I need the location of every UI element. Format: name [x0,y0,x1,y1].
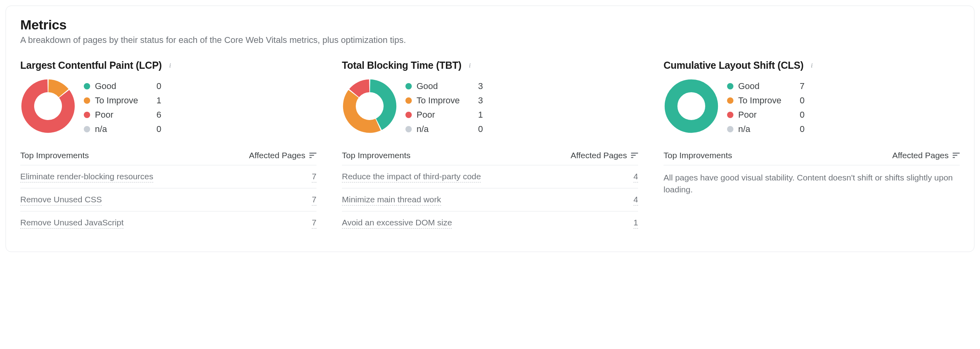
legend-label: Poor [95,110,156,120]
improvements-list: Reduce the impact of third-party code4Mi… [342,165,638,234]
improvement-link[interactable]: Reduce the impact of third-party code [342,172,481,182]
legend-value: 3 [478,81,483,91]
legend-row-poor[interactable]: Poor6 [84,108,316,122]
chart-row: Good3To Improve3Poor1n/a0 [342,78,638,136]
svg-rect-1 [309,155,314,156]
legend-label: Good [95,81,156,91]
th-top-improvements: Top Improvements [342,151,411,160]
legend-value: 0 [156,124,161,134]
legend-label: To Improve [95,95,156,106]
donut-chart [342,78,397,134]
legend-dot-icon [405,97,412,104]
improvement-row: Reduce the impact of third-party code4 [342,165,638,188]
svg-rect-3 [631,153,638,154]
legend-label: To Improve [738,95,800,106]
improvements-header: Top ImprovementsAffected Pages [664,147,960,165]
th-affected-pages[interactable]: Affected Pages [571,151,638,160]
legend: Good3To Improve3Poor1n/a0 [405,78,638,136]
legend-dot-icon [727,112,733,118]
svg-rect-2 [309,157,312,158]
legend-label: Good [738,81,800,91]
legend-dot-icon [727,83,733,89]
improvement-affected-count[interactable]: 7 [312,195,316,206]
improvements-header: Top ImprovementsAffected Pages [342,147,638,165]
donut-chart [20,78,76,134]
improvement-affected-count[interactable]: 4 [633,172,638,182]
legend-dot-icon [84,112,90,118]
improvement-link[interactable]: Eliminate render-blocking resources [20,172,153,182]
metrics-panel: Metrics A breakdown of pages by their st… [6,6,974,252]
panel-title: Metrics [20,17,960,33]
improvement-link[interactable]: Avoid an excessive DOM size [342,218,452,229]
legend-value: 1 [156,95,161,106]
legend-row-good[interactable]: Good7 [727,79,960,93]
legend-dot-icon [405,83,412,89]
legend-row-improve[interactable]: To Improve3 [405,93,638,108]
legend-label: n/a [738,124,800,134]
legend-value: 7 [800,81,804,91]
legend-row-na[interactable]: n/a0 [405,122,638,136]
metric-card-header: Largest Contentful Paint (LCP)i [20,60,316,71]
svg-rect-4 [631,155,636,156]
legend-value: 1 [478,110,483,120]
improvement-row: Avoid an excessive DOM size1 [342,211,638,234]
chart-row: Good7To Improve0Poor0n/a0 [664,78,960,136]
panel-subtitle: A breakdown of pages by their status for… [20,35,960,45]
metric-card-header: Total Blocking Time (TBT)i [342,60,638,71]
th-affected-pages-label: Affected Pages [571,151,627,160]
improvements-header: Top ImprovementsAffected Pages [20,147,316,165]
improvement-link[interactable]: Remove Unused JavaScript [20,218,123,229]
info-icon[interactable]: i [465,61,474,70]
improvement-link[interactable]: Remove Unused CSS [20,195,102,206]
improvements-list: Eliminate render-blocking resources7Remo… [20,165,316,234]
sort-desc-icon [631,153,638,158]
legend-label: To Improve [417,95,478,106]
improvement-affected-count[interactable]: 4 [633,195,638,206]
legend-value: 0 [156,81,161,91]
legend-value: 6 [156,110,161,120]
metric-card-header: Cumulative Layout Shift (CLS)i [664,60,960,71]
improvement-affected-count[interactable]: 7 [312,218,316,229]
th-top-improvements: Top Improvements [664,151,732,160]
legend-dot-icon [405,112,412,118]
metric-card-lcp: Largest Contentful Paint (LCP)iGood0To I… [20,60,316,234]
info-icon[interactable]: i [166,61,174,70]
th-affected-pages[interactable]: Affected Pages [892,151,960,160]
chart-row: Good0To Improve1Poor6n/a0 [20,78,316,136]
legend-row-poor[interactable]: Poor0 [727,108,960,122]
improvement-row: Remove Unused CSS7 [20,188,316,211]
metric-card-tbt: Total Blocking Time (TBT)iGood3To Improv… [342,60,638,234]
legend-dot-icon [84,83,90,89]
metric-card-cls: Cumulative Layout Shift (CLS)iGood7To Im… [664,60,960,234]
legend-dot-icon [727,126,733,132]
metric-title: Largest Contentful Paint (LCP) [20,60,162,71]
svg-rect-0 [309,153,316,154]
metric-title: Cumulative Layout Shift (CLS) [664,60,803,71]
svg-rect-9 [953,157,955,158]
legend-row-poor[interactable]: Poor1 [405,108,638,122]
th-affected-pages[interactable]: Affected Pages [249,151,316,160]
th-affected-pages-label: Affected Pages [892,151,949,160]
improvement-affected-count[interactable]: 1 [633,218,638,229]
improvement-row: Remove Unused JavaScript7 [20,211,316,234]
th-affected-pages-label: Affected Pages [249,151,305,160]
legend-label: n/a [95,124,156,134]
improvement-affected-count[interactable]: 7 [312,172,316,182]
legend-dot-icon [727,97,733,104]
info-icon[interactable]: i [807,61,816,70]
improvement-link[interactable]: Minimize main thread work [342,195,441,206]
legend-value: 0 [800,95,804,106]
legend-label: Poor [417,110,478,120]
legend-dot-icon [405,126,412,132]
legend-row-improve[interactable]: To Improve0 [727,93,960,108]
legend-row-good[interactable]: Good0 [84,79,316,93]
legend-row-na[interactable]: n/a0 [727,122,960,136]
legend-row-na[interactable]: n/a0 [84,122,316,136]
metric-cards-row: Largest Contentful Paint (LCP)iGood0To I… [20,60,960,234]
improvements-empty-message: All pages have good visual stability. Co… [664,165,960,196]
legend-row-improve[interactable]: To Improve1 [84,93,316,108]
svg-rect-7 [953,153,960,154]
legend-value: 0 [800,110,804,120]
legend-row-good[interactable]: Good3 [405,79,638,93]
improvement-row: Eliminate render-blocking resources7 [20,165,316,188]
